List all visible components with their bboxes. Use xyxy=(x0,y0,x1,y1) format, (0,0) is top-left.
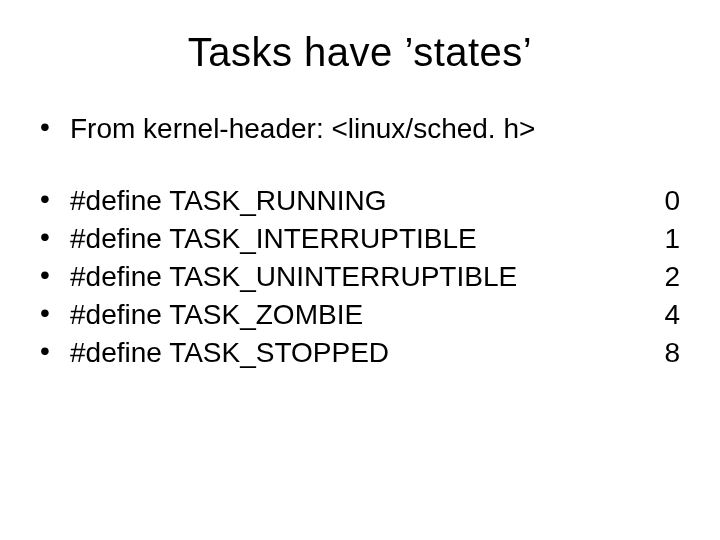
list-item: • #define TASK_STOPPED 8 xyxy=(40,337,680,369)
define-value: 8 xyxy=(650,337,680,369)
intro-text: From kernel-header: <linux/sched. h> xyxy=(70,113,680,145)
define-text: #define TASK_STOPPED xyxy=(70,337,650,369)
bullet-icon: • xyxy=(40,185,70,213)
define-value: 1 xyxy=(650,223,680,255)
bullet-icon: • xyxy=(40,223,70,251)
bullet-icon: • xyxy=(40,337,70,365)
define-value: 2 xyxy=(650,261,680,293)
list-item: • #define TASK_UNINTERRUPTIBLE 2 xyxy=(40,261,680,293)
list-item: • #define TASK_RUNNING 0 xyxy=(40,185,680,217)
define-text: #define TASK_INTERRUPTIBLE xyxy=(70,223,650,255)
define-value: 0 xyxy=(650,185,680,217)
define-value: 4 xyxy=(650,299,680,331)
list-item: • #define TASK_ZOMBIE 4 xyxy=(40,299,680,331)
define-text: #define TASK_RUNNING xyxy=(70,185,650,217)
bullet-icon: • xyxy=(40,261,70,289)
bullet-icon: • xyxy=(40,113,70,141)
slide: Tasks have ’states’ • From kernel-header… xyxy=(0,0,720,540)
slide-title: Tasks have ’states’ xyxy=(40,30,680,75)
list-item: • #define TASK_INTERRUPTIBLE 1 xyxy=(40,223,680,255)
define-text: #define TASK_UNINTERRUPTIBLE xyxy=(70,261,650,293)
bullet-icon: • xyxy=(40,299,70,327)
intro-row: • From kernel-header: <linux/sched. h> xyxy=(40,113,680,145)
define-text: #define TASK_ZOMBIE xyxy=(70,299,650,331)
